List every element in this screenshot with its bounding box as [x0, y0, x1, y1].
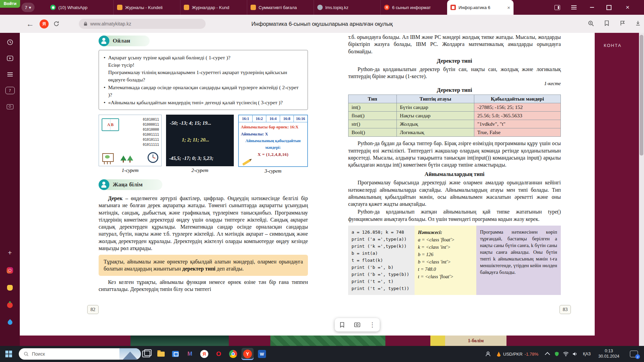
next-page-thumbnail[interactable]: 1-бөлім: [430, 336, 506, 346]
speaker-icon: [572, 352, 578, 356]
paragraph: Python-да бұдан да басқа типтер бар. Бір…: [348, 140, 561, 168]
app-word[interactable]: W: [256, 348, 268, 360]
wifi-icon: [563, 352, 569, 356]
clock-tray[interactable]: 0:13 30.01.2024: [598, 346, 620, 362]
collections-button[interactable]: [620, 20, 626, 26]
currency-widget[interactable]: USD/PKR -1.78%: [496, 346, 538, 362]
notification-center-button[interactable]: 2: [630, 346, 638, 362]
screenshot-page-button[interactable]: [354, 322, 361, 328]
pomodoro-button[interactable]: [0, 298, 20, 312]
lock-icon: [84, 21, 88, 26]
download-button[interactable]: [635, 20, 641, 26]
browser-side-panel: 7 +: [0, 33, 20, 346]
app-opera[interactable]: O: [213, 348, 225, 360]
chevron-up-icon: [545, 352, 550, 357]
app-chrome[interactable]: [227, 348, 239, 360]
publisher-logo: [430, 336, 445, 346]
table-reference: 1-кесте: [348, 81, 561, 86]
minimize-icon: [590, 7, 594, 8]
page-scrollbar[interactable]: [639, 33, 644, 346]
app-store[interactable]: [169, 348, 181, 360]
page-title: Информатика 6-сынып оқушыларына арналған…: [251, 21, 392, 27]
number-line: -45,5; -17; 0; 3; 5,23;: [169, 156, 213, 161]
back-button[interactable]: ←: [26, 19, 34, 28]
yandex-browser-logo[interactable]: Я: [40, 19, 49, 28]
tab-title: Информатика 6: [459, 5, 503, 10]
refresh-button[interactable]: [53, 20, 60, 27]
tab-informatika-active[interactable]: Информатика 6 ×: [447, 0, 514, 15]
site-nav-fragment[interactable]: КОНТА: [604, 43, 622, 48]
site-content: Ойлан Ақпарат ұсыну түріне қарай қалай б…: [20, 33, 644, 346]
messenger-button[interactable]: 7: [0, 84, 20, 97]
tab-title: Журналы - Kundeli: [125, 5, 177, 10]
app-yandex-search[interactable]: Я: [198, 348, 210, 360]
tab-kundelik-2[interactable]: Журналдар - Kund: [180, 0, 247, 15]
think-icon: [99, 36, 109, 46]
tab-kundelik-1[interactable]: Журналы - Kundeli: [113, 0, 180, 15]
zoom-search-button[interactable]: [588, 20, 594, 27]
address-bar[interactable]: www.almatykitap.kz: [79, 19, 206, 29]
next-page-thumbnail[interactable]: [130, 336, 229, 346]
page-number-83: 83: [559, 305, 571, 314]
tray-overflow-button[interactable]: [546, 346, 550, 362]
tab-summative[interactable]: Суммативті бағала: [247, 0, 314, 15]
easel-art: [102, 153, 114, 162]
taskbar-search[interactable]: Поиск: [19, 348, 141, 360]
hand-service-button[interactable]: [0, 281, 20, 294]
scrollbar-thumb[interactable]: [640, 35, 643, 156]
sidebar-panel-button[interactable]: [549, 0, 565, 15]
paragraph: т.б. орындауға болады. Ал IBM және PC мә…: [348, 34, 561, 55]
app-yandex-browser[interactable]: Y: [241, 348, 254, 360]
volume-tray-icon[interactable]: [572, 346, 578, 362]
bookmark-button[interactable]: [604, 20, 610, 26]
instagram-button[interactable]: [0, 263, 20, 277]
figure-text: Айнымалысы бар өрнек: 16:X: [241, 125, 305, 130]
people-tray-button[interactable]: [485, 346, 491, 362]
word-icon: W: [258, 350, 266, 358]
window-maximize-button[interactable]: [601, 0, 616, 15]
network-tray-icon[interactable]: [563, 346, 569, 362]
new-tab-button[interactable]: +: [468, 3, 478, 12]
tab-close-icon[interactable]: ×: [507, 5, 510, 10]
table-row: float() Нақты сандар 25.56; 5.0; -365.56…: [348, 112, 561, 120]
window-minimize-button[interactable]: [584, 0, 600, 15]
tray-date: 30.01.2024: [598, 354, 620, 359]
maximize-icon: [606, 5, 611, 10]
app-meta[interactable]: M: [184, 348, 196, 360]
tab-yandex-search[interactable]: Я 6 сынып информат: [380, 0, 447, 15]
search-icon: [23, 351, 29, 357]
bookmark-page-button[interactable]: [339, 322, 345, 328]
book-page-82: Ойлан Ақпарат ұсыну түріне қарай қалай б…: [99, 36, 308, 293]
paragraph: Python-да қолданылатын деректер бүтін са…: [348, 66, 561, 80]
browser-login-button[interactable]: Войти: [0, 0, 20, 8]
tab-group-counter[interactable]: 7 ▾: [21, 3, 35, 12]
paragraph: Кез келген тұрақты, айнымалы функция нем…: [99, 279, 308, 293]
section-label: 1-бөлім: [445, 338, 506, 344]
tab-lms-topiq[interactable]: lms.topiq.kz: [314, 0, 380, 15]
task-view-button[interactable]: [140, 348, 152, 360]
viewer-floating-toolbar: ⋮: [335, 318, 380, 331]
more-options-button[interactable]: ⋮: [369, 321, 375, 328]
table-title: Деректер типі: [348, 87, 561, 94]
tab-title: lms.topiq.kz: [325, 5, 377, 10]
currency-change: -1.78%: [525, 352, 538, 357]
next-page-thumbnail[interactable]: [270, 336, 385, 346]
think-badge-label: Ойлан: [113, 38, 130, 44]
pencil-art: [242, 159, 251, 166]
browser-menu-button[interactable]: [566, 0, 582, 15]
add-service-button[interactable]: +: [0, 246, 20, 259]
feed-button[interactable]: [0, 68, 20, 81]
tray-time: 0:13: [598, 349, 620, 354]
app-explorer[interactable]: [155, 348, 167, 360]
think-box: Ақпарат ұсыну түріне қарай қалай бөлінед…: [99, 50, 308, 110]
video-button[interactable]: [0, 52, 20, 65]
screenshot-button[interactable]: [0, 100, 20, 113]
history-button[interactable]: [0, 36, 20, 49]
security-tray-icon[interactable]: [554, 346, 559, 362]
window-close-button[interactable]: ×: [620, 0, 635, 15]
trees-art: [120, 151, 135, 163]
weather-service-button[interactable]: [0, 316, 20, 329]
language-indicator[interactable]: ҚАЗ: [583, 346, 591, 362]
tab-whatsapp[interactable]: (10) WhatsApp: [47, 0, 113, 15]
start-button[interactable]: [5, 351, 12, 357]
